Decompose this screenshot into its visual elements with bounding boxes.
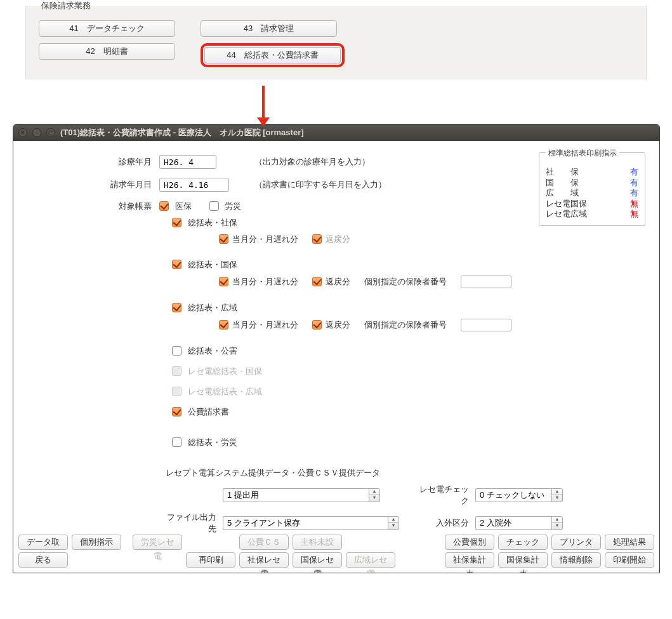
kokuho-kobetsu-label: 個別指定の保険者番号 xyxy=(364,276,447,288)
main-window: ✕ – ▢ (T01)総括表・公費請求書作成 - 医療法人 オルカ医院 [orm… xyxy=(13,124,660,573)
koiki-label: 総括表・広域 xyxy=(188,303,237,312)
print-instruction-panel: 標準総括表印刷指示 社 保有国 保有広 域有レセ電国保無レセ電広域無 xyxy=(539,152,645,226)
kokuho-kobetsu-input[interactable] xyxy=(461,276,511,288)
target-label: 対象帳票 xyxy=(96,201,159,212)
rosai-checkbox[interactable] xyxy=(209,201,219,211)
menu-btn-42[interactable]: 42 明細書 xyxy=(39,43,175,60)
shaho-henrei-checkbox[interactable] xyxy=(312,234,322,244)
koiki-henrei-checkbox[interactable] xyxy=(312,320,322,329)
btn-国保レセ電[interactable]: 国保レセ電 xyxy=(293,552,342,568)
btn-公費個別[interactable]: 公費個別 xyxy=(445,535,494,550)
koiki-kobetsu-input[interactable] xyxy=(461,319,511,331)
btn-情報削除[interactable]: 情報削除 xyxy=(551,552,601,568)
btn-データ取込[interactable]: データ取込 xyxy=(18,535,68,550)
window-title: (T01)総括表・公費請求書作成 - 医療法人 オルカ医院 [ormaster] xyxy=(60,127,304,138)
nyugai-combo[interactable] xyxy=(475,516,551,530)
btn-戻る[interactable]: 戻る xyxy=(18,552,68,568)
titlebar: ✕ – ▢ (T01)総括表・公費請求書作成 - 医療法人 オルカ医院 [orm… xyxy=(13,124,659,141)
koiki-kobetsu-label: 個別指定の保険者番号 xyxy=(364,319,447,331)
nyugai-label: 入外区分 xyxy=(431,517,475,529)
minimize-icon[interactable]: – xyxy=(32,128,41,137)
btn-労災レセ電: 労災レセ電 xyxy=(133,535,182,550)
menu-btn-44[interactable]: 44 総括表・公費請求書 xyxy=(204,47,341,63)
medical-ym-label: 診療年月 xyxy=(96,156,159,168)
btn-再印刷[interactable]: 再印刷 xyxy=(186,552,235,568)
claim-date-label: 請求年月日 xyxy=(96,179,159,190)
purpose-combo[interactable] xyxy=(223,488,369,502)
btn-社保レセ電[interactable]: 社保レセ電 xyxy=(239,552,289,568)
medical-ym-input[interactable] xyxy=(159,155,216,169)
shaho-togetsu-checkbox[interactable] xyxy=(219,234,228,244)
sokatsu-rosai-checkbox[interactable] xyxy=(172,437,181,447)
bottom-button-bar: データ取込個別指示労災レセ電公費ＣＳＶ主科未設定公費個別チェックプリンタ処理結果… xyxy=(18,532,654,568)
sokatsu-rosai-label: 総括表・労災 xyxy=(188,437,237,447)
kogai-label: 総括表・公害 xyxy=(188,346,237,356)
check-label: レセ電チェック xyxy=(412,484,475,507)
btn-個別指示[interactable]: 個別指示 xyxy=(72,535,121,550)
output-label: ファイル出力先 xyxy=(159,512,223,535)
btn-広域レセ電: 広域レセ電 xyxy=(346,552,395,568)
rece-koiki-label: レセ電総括表・広域 xyxy=(188,387,262,396)
shaho-checkbox[interactable] xyxy=(172,218,181,227)
btn-社保集計表[interactable]: 社保集計表 xyxy=(445,552,494,568)
output-spinner[interactable]: ▲▼ xyxy=(388,516,399,530)
kohi-label: 公費請求書 xyxy=(188,407,229,416)
purpose-spinner[interactable]: ▲▼ xyxy=(369,488,380,502)
rece-koiki-checkbox xyxy=(172,387,181,396)
rosai-label: 労災 xyxy=(225,201,241,211)
kohi-checkbox[interactable] xyxy=(172,407,181,416)
menu-btn-43[interactable]: 43 請求管理 xyxy=(201,20,337,37)
menu-btn-41[interactable]: 41 データチェック xyxy=(39,20,175,37)
maximize-icon[interactable]: ▢ xyxy=(46,128,55,137)
btn-国保集計表[interactable]: 国保集計表 xyxy=(498,552,548,568)
claim-date-input[interactable] xyxy=(159,178,229,192)
check-spinner[interactable]: ▲▼ xyxy=(551,488,563,502)
insurance-menu-legend: 保険請求業務 xyxy=(39,0,93,11)
kogai-checkbox[interactable] xyxy=(172,346,181,356)
csv-header: レセプト電算システム提供データ・公費ＣＳＶ提供データ xyxy=(166,467,640,479)
insurance-menu-panel: 保険請求業務 41 データチェック 43 請求管理 42 明細書 44 総括表・… xyxy=(25,0,647,79)
btn-プリンタ[interactable]: プリンタ xyxy=(551,535,601,550)
kokuho-label: 総括表・国保 xyxy=(188,260,237,269)
nyugai-spinner[interactable]: ▲▼ xyxy=(551,516,563,530)
output-combo[interactable] xyxy=(223,516,388,530)
btn-チェック[interactable]: チェック xyxy=(498,535,548,550)
iho-checkbox[interactable] xyxy=(159,201,169,211)
koiki-checkbox[interactable] xyxy=(172,303,181,312)
btn-印刷開始[interactable]: 印刷開始 xyxy=(605,552,654,568)
medical-ym-hint: （出力対象の診療年月を入力） xyxy=(254,156,370,168)
rece-kokuho-checkbox xyxy=(172,366,181,376)
print-instruction-row: レセ電広域無 xyxy=(546,208,638,220)
close-icon[interactable]: ✕ xyxy=(18,128,27,137)
kokuho-checkbox[interactable] xyxy=(172,260,181,269)
kokuho-henrei-checkbox[interactable] xyxy=(312,277,322,286)
kokuho-togetsu-checkbox[interactable] xyxy=(219,277,228,286)
btn-主科未設定: 主科未設定 xyxy=(293,535,342,550)
check-combo[interactable] xyxy=(475,488,551,502)
rece-kokuho-label: レセ電総括表・国保 xyxy=(188,366,262,376)
btn-公費ＣＳＶ: 公費ＣＳＶ xyxy=(239,535,289,550)
iho-label: 医保 xyxy=(175,201,192,211)
shaho-label: 総括表・社保 xyxy=(188,218,237,227)
highlight-44: 44 総括表・公費請求書 xyxy=(201,43,345,67)
arrow-annotation xyxy=(262,86,265,124)
koiki-togetsu-checkbox[interactable] xyxy=(219,320,228,329)
print-instruction-legend: 標準総括表印刷指示 xyxy=(546,149,619,157)
claim-date-hint: （請求書に印字する年月日を入力） xyxy=(254,179,386,190)
btn-処理結果[interactable]: 処理結果 xyxy=(605,535,654,550)
